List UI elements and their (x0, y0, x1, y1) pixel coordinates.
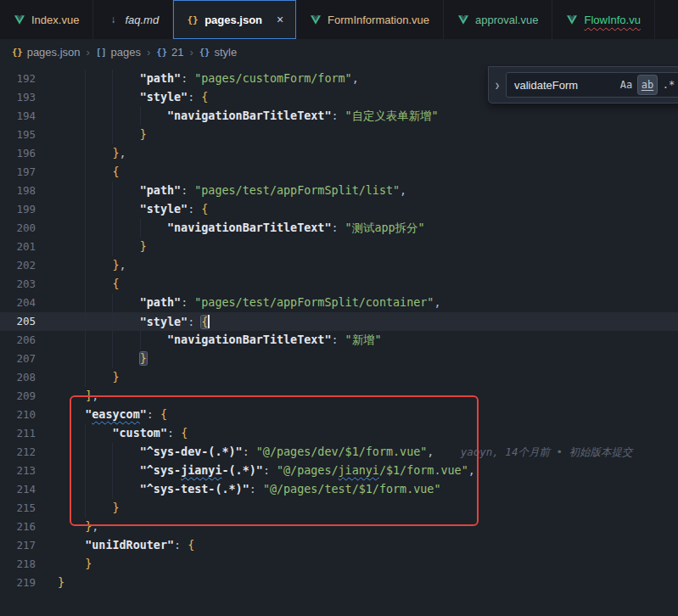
code-line[interactable]: 196 }, (0, 144, 678, 163)
code-line[interactable]: 203 { (0, 275, 678, 294)
breadcrumb-label: 21 (171, 46, 183, 59)
code-line[interactable]: 195 } (0, 126, 678, 144)
breadcrumb-label: pages.json (27, 46, 81, 59)
tab-approval.vue[interactable]: approval.vue (444, 0, 552, 39)
indent-guide (112, 88, 113, 107)
code-line[interactable]: 207 } (0, 350, 678, 368)
line-number: 197 (0, 163, 36, 182)
tab-FlowInfo.vu[interactable]: FlowInfo.vu (552, 0, 654, 39)
breadcrumb-label: style (214, 46, 237, 59)
line-number: 204 (0, 294, 36, 312)
code-line[interactable]: 206 "navigationBarTitleText": "新增" (0, 331, 678, 350)
find-input[interactable] (514, 79, 614, 92)
indent-guide (112, 219, 113, 238)
close-icon[interactable]: × (272, 11, 289, 28)
line-number: 216 (0, 518, 36, 536)
code-line[interactable]: 213 "^sys-jianyi-(.*)": "@/pages/jianyi/… (0, 462, 678, 480)
breadcrumb-item-pages[interactable]: []pages (96, 46, 141, 59)
regex-button[interactable]: .* (659, 76, 678, 94)
tab-FormInformation.vue[interactable]: FormInformation.vue (296, 0, 444, 39)
vscode-window: Index.vue↓faq.md{}pages.json×FormInforma… (0, 0, 678, 616)
breadcrumb-item-style[interactable]: {}style (199, 46, 237, 59)
tab-label: FormInformation.vue (328, 14, 429, 26)
indent-guide (85, 368, 86, 387)
indent-guide (85, 144, 86, 163)
indent-guide (112, 107, 113, 126)
code-line[interactable]: 210 "easycom": { (0, 406, 678, 424)
line-number: 217 (0, 536, 36, 555)
line-number: 212 (0, 443, 36, 462)
indent-guide (112, 331, 113, 350)
breadcrumb-item-pages.json[interactable]: {}pages.json (12, 46, 81, 59)
object-symbol-icon: {} (199, 47, 210, 57)
tab-label: approval.vue (475, 14, 538, 26)
line-number: 193 (0, 88, 36, 107)
code-line[interactable]: 209 ], (0, 387, 678, 406)
json-icon: {} (187, 14, 199, 25)
code-line[interactable]: 194 "navigationBarTitleText": "自定义表单新增" (0, 107, 678, 126)
tab-pages.json[interactable]: {}pages.json× (173, 0, 296, 39)
indent-guide (112, 182, 113, 200)
indent-guide (85, 182, 86, 200)
line-number: 206 (0, 331, 36, 350)
code-lines: 192 "path": "pages/customForm/form",193 … (0, 70, 678, 592)
indent-guide (112, 462, 113, 480)
code-line[interactable]: 199 "style": { (0, 200, 678, 219)
vue-icon (14, 14, 25, 25)
code-line[interactable]: 215 } (0, 499, 678, 518)
indent-guide (85, 312, 86, 331)
vue-icon (566, 14, 578, 25)
breadcrumb-item-21[interactable]: {}21 (156, 46, 183, 59)
markdown-icon: ↓ (107, 14, 119, 25)
indent-guide (85, 126, 86, 144)
line-number: 207 (0, 350, 36, 368)
whole-word-button[interactable]: ab (638, 76, 657, 94)
code-line[interactable]: 216 }, (0, 518, 678, 536)
breadcrumb-separator: › (87, 46, 90, 59)
vue-icon (310, 14, 322, 25)
toggle-replace-button[interactable]: ❯ (491, 81, 503, 90)
line-number: 201 (0, 238, 36, 256)
indent-guide (85, 163, 86, 182)
line-number: 203 (0, 275, 36, 294)
code-line[interactable]: 208 } (0, 368, 678, 387)
line-number: 202 (0, 256, 36, 275)
code-line[interactable]: 202 }, (0, 256, 678, 275)
code-line[interactable]: 200 "navigationBarTitleText": "测试app拆分" (0, 219, 678, 238)
code-line[interactable]: 198 "path": "pages/test/appFormSplit/lis… (0, 182, 678, 200)
editor: 192 "path": "pages/customForm/form",193 … (0, 64, 678, 616)
find-widget: ❯ Aaab.* (488, 66, 678, 104)
tab-label: faq.md (125, 14, 159, 26)
indent-guide (112, 70, 113, 88)
indent-guide (85, 70, 86, 88)
code-line[interactable]: 219} (0, 574, 678, 592)
code-line[interactable]: 214 "^sys-test-(.*)": "@/pages/test/$1/f… (0, 480, 678, 499)
indent-guide (112, 126, 113, 144)
indent-guide (85, 219, 86, 238)
code-line[interactable]: 217 "uniIdRouter": { (0, 536, 678, 555)
indent-guide (85, 88, 86, 107)
code-line[interactable]: 201 } (0, 238, 678, 256)
object-symbol-icon: {} (156, 47, 167, 57)
tab-label: FlowInfo.vu (584, 14, 640, 26)
array-symbol-icon: [] (96, 47, 107, 57)
indent-guide (85, 462, 86, 480)
code-line[interactable]: 212 "^sys-dev-(.*)": "@/pages/dev/$1/for… (0, 443, 678, 462)
match-case-button[interactable]: Aa (617, 76, 636, 94)
line-number: 214 (0, 480, 36, 499)
code-line[interactable]: 204 "path": "pages/test/appFormSplit/con… (0, 294, 678, 312)
code-line[interactable]: 197 { (0, 163, 678, 182)
indent-guide (85, 294, 86, 312)
tab-Index.vue[interactable]: Index.vue (0, 0, 93, 39)
indent-guide (112, 312, 113, 331)
breadcrumb-separator: › (147, 46, 150, 59)
breadcrumb-separator: › (189, 46, 193, 59)
code-line[interactable]: 205 "style": { (0, 312, 678, 331)
line-number: 211 (0, 424, 36, 443)
indent-guide (85, 256, 86, 275)
line-number: 192 (0, 70, 36, 88)
code-line[interactable]: 218 } (0, 555, 678, 574)
tab-bar: Index.vue↓faq.md{}pages.json×FormInforma… (0, 0, 678, 39)
code-line[interactable]: 211 "custom": { (0, 424, 678, 443)
tab-faq.md[interactable]: ↓faq.md (93, 0, 173, 39)
